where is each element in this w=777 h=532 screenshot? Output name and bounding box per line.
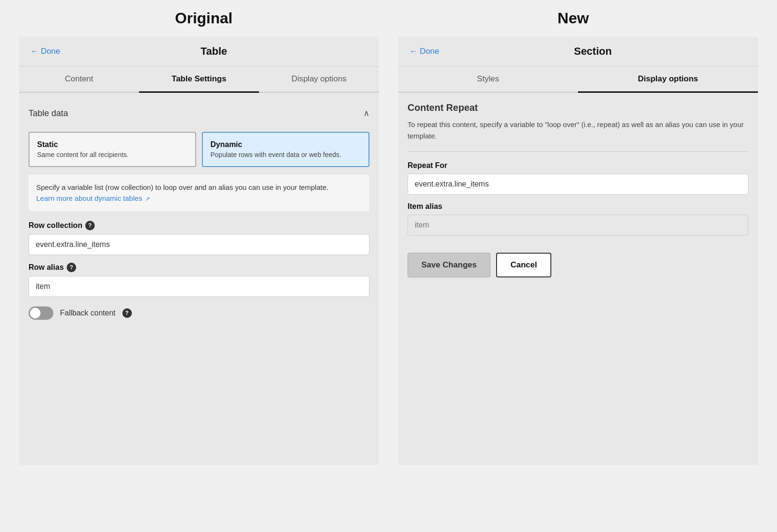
- left-panel-nav: ← Done Table: [19, 37, 379, 67]
- left-panel-body: Table data ∧ Static Same content for all…: [19, 93, 379, 329]
- right-panel: ← Done Section Styles Display options Co…: [398, 37, 758, 465]
- item-alias-label-text: Item alias: [408, 202, 442, 211]
- info-box: Specify a variable list (row collection)…: [29, 175, 369, 211]
- fallback-toggle-row: Fallback content ?: [29, 306, 369, 320]
- row-collection-field-group: Row collection ?: [29, 221, 369, 255]
- right-done-button[interactable]: ← Done: [409, 47, 439, 56]
- tab-display-options-left[interactable]: Display options: [259, 67, 379, 93]
- fallback-toggle-switch[interactable]: [29, 306, 53, 320]
- dynamic-button-desc: Populate rows with event data or web fee…: [210, 151, 361, 158]
- row-alias-help-icon[interactable]: ?: [67, 263, 76, 272]
- dynamic-button[interactable]: Dynamic Populate rows with event data or…: [202, 132, 369, 167]
- row-alias-field-group: Row alias ?: [29, 263, 369, 297]
- repeat-for-label: Repeat For: [408, 161, 748, 170]
- right-panel-nav: ← Done Section: [398, 37, 758, 67]
- panels-row: ← Done Table Content Table Settings Disp…: [19, 37, 758, 465]
- tab-styles[interactable]: Styles: [398, 67, 578, 93]
- learn-more-text: Learn more about dynamic tables: [36, 194, 142, 202]
- right-tabs: Styles Display options: [398, 67, 758, 93]
- action-buttons: Save Changes Cancel: [398, 243, 758, 287]
- item-alias-input[interactable]: [408, 215, 748, 236]
- item-alias-label: Item alias: [408, 202, 748, 211]
- tab-display-options-right[interactable]: Display options: [578, 67, 758, 93]
- repeat-for-label-text: Repeat For: [408, 161, 448, 170]
- top-header: Original New: [19, 10, 758, 27]
- row-alias-label: Row alias ?: [29, 263, 369, 272]
- chevron-up-icon[interactable]: ∧: [363, 108, 369, 118]
- save-changes-button[interactable]: Save Changes: [408, 253, 490, 277]
- repeat-for-field-group: Repeat For: [408, 161, 748, 195]
- repeat-for-input[interactable]: [408, 174, 748, 195]
- info-text: Specify a variable list (row collection)…: [36, 183, 329, 191]
- left-panel-title: Table: [60, 45, 368, 58]
- left-done-button[interactable]: ← Done: [30, 47, 60, 56]
- fallback-label: Fallback content: [60, 309, 116, 317]
- right-panel-fields: Repeat For Item alias: [398, 161, 758, 236]
- right-panel-title: Section: [439, 45, 747, 58]
- table-data-title: Table data: [29, 108, 68, 118]
- static-button-title: Static: [37, 140, 188, 149]
- row-alias-input[interactable]: [29, 276, 369, 297]
- learn-more-link[interactable]: Learn more about dynamic tables ↗: [36, 194, 150, 202]
- divider: [408, 151, 748, 152]
- static-button[interactable]: Static Same content for all recipients.: [29, 132, 196, 167]
- row-alias-label-text: Row alias: [29, 263, 64, 272]
- tab-content[interactable]: Content: [19, 67, 139, 93]
- left-tabs: Content Table Settings Display options: [19, 67, 379, 93]
- page-wrapper: Original New ← Done Table Content Table …: [0, 0, 777, 474]
- external-link-icon: ↗: [145, 196, 150, 202]
- item-alias-field-group: Item alias: [408, 202, 748, 236]
- cancel-button[interactable]: Cancel: [496, 253, 551, 277]
- table-data-section-header: Table data ∧: [29, 102, 369, 124]
- dynamic-button-title: Dynamic: [210, 140, 361, 149]
- row-collection-label-text: Row collection: [29, 221, 82, 230]
- row-collection-input[interactable]: [29, 234, 369, 255]
- content-repeat-desc: To repeat this content, specify a variab…: [398, 119, 758, 151]
- left-panel: ← Done Table Content Table Settings Disp…: [19, 37, 379, 465]
- static-dynamic-toggle-group: Static Same content for all recipients. …: [29, 132, 369, 167]
- tab-table-settings[interactable]: Table Settings: [139, 67, 259, 93]
- fallback-help-icon[interactable]: ?: [122, 308, 132, 318]
- static-button-desc: Same content for all recipients.: [37, 151, 188, 158]
- original-heading: Original: [34, 10, 374, 27]
- row-collection-label: Row collection ?: [29, 221, 369, 230]
- row-collection-help-icon[interactable]: ?: [85, 221, 95, 230]
- content-repeat-title: Content Repeat: [398, 93, 758, 113]
- new-heading: New: [403, 10, 743, 27]
